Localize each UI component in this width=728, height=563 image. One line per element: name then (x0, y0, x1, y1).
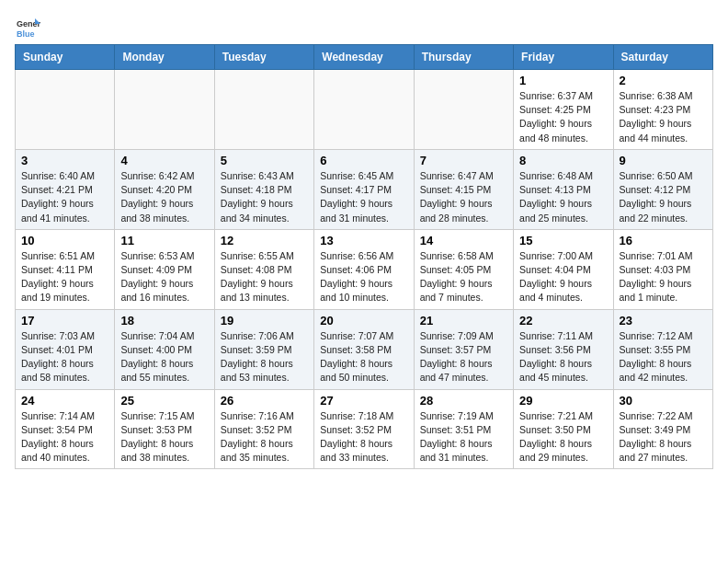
day-info: Sunrise: 6:38 AM Sunset: 4:23 PM Dayligh… (620, 89, 707, 145)
calendar-cell: 10Sunrise: 6:51 AM Sunset: 4:11 PM Dayli… (16, 229, 115, 309)
day-info: Sunrise: 7:06 AM Sunset: 3:59 PM Dayligh… (221, 329, 308, 385)
day-number: 25 (120, 394, 208, 408)
day-info: Sunrise: 7:16 AM Sunset: 3:52 PM Dayligh… (221, 409, 308, 465)
day-number: 23 (620, 314, 707, 327)
day-number: 26 (221, 394, 308, 408)
calendar-cell: 7Sunrise: 6:47 AM Sunset: 4:15 PM Daylig… (414, 149, 513, 229)
weekday-header-tuesday: Tuesday (214, 45, 313, 70)
calendar-cell: 29Sunrise: 7:21 AM Sunset: 3:50 PM Dayli… (514, 389, 613, 469)
calendar-cell: 22Sunrise: 7:11 AM Sunset: 3:56 PM Dayli… (514, 309, 613, 389)
calendar-cell: 12Sunrise: 6:55 AM Sunset: 4:08 PM Dayli… (214, 229, 313, 309)
day-info: Sunrise: 6:51 AM Sunset: 4:11 PM Dayligh… (21, 249, 108, 305)
day-info: Sunrise: 6:55 AM Sunset: 4:08 PM Dayligh… (221, 249, 308, 305)
day-info: Sunrise: 7:14 AM Sunset: 3:54 PM Dayligh… (21, 409, 108, 465)
day-number: 6 (320, 154, 407, 167)
calendar-cell: 18Sunrise: 7:04 AM Sunset: 4:00 PM Dayli… (115, 309, 214, 389)
day-number: 18 (120, 314, 208, 327)
day-info: Sunrise: 6:40 AM Sunset: 4:21 PM Dayligh… (21, 169, 108, 225)
day-number: 29 (519, 394, 607, 408)
day-info: Sunrise: 7:00 AM Sunset: 4:04 PM Dayligh… (519, 249, 607, 305)
calendar-cell: 20Sunrise: 7:07 AM Sunset: 3:58 PM Dayli… (314, 309, 414, 389)
calendar-cell: 16Sunrise: 7:01 AM Sunset: 4:03 PM Dayli… (613, 229, 712, 309)
day-number: 3 (21, 154, 108, 167)
day-number: 22 (519, 314, 607, 327)
day-info: Sunrise: 6:43 AM Sunset: 4:18 PM Dayligh… (221, 169, 308, 225)
day-number: 13 (320, 234, 407, 247)
day-info: Sunrise: 7:22 AM Sunset: 3:49 PM Dayligh… (620, 409, 707, 465)
weekday-header-sunday: Sunday (16, 45, 115, 70)
day-info: Sunrise: 7:03 AM Sunset: 4:01 PM Dayligh… (21, 329, 108, 385)
day-number: 14 (420, 234, 507, 247)
day-number: 1 (519, 74, 607, 87)
day-info: Sunrise: 6:48 AM Sunset: 4:13 PM Dayligh… (519, 169, 607, 225)
calendar-cell: 9Sunrise: 6:50 AM Sunset: 4:12 PM Daylig… (613, 149, 712, 229)
day-info: Sunrise: 7:18 AM Sunset: 3:52 PM Dayligh… (320, 409, 407, 465)
calendar-cell: 21Sunrise: 7:09 AM Sunset: 3:57 PM Dayli… (414, 309, 513, 389)
logo: General Blue (15, 15, 46, 40)
day-number: 7 (420, 154, 507, 167)
calendar-cell: 3Sunrise: 6:40 AM Sunset: 4:21 PM Daylig… (16, 149, 115, 229)
day-info: Sunrise: 6:42 AM Sunset: 4:20 PM Dayligh… (120, 169, 208, 225)
calendar-cell: 11Sunrise: 6:53 AM Sunset: 4:09 PM Dayli… (115, 229, 214, 309)
day-number: 12 (221, 234, 308, 247)
calendar-cell: 24Sunrise: 7:14 AM Sunset: 3:54 PM Dayli… (16, 389, 115, 469)
calendar-cell: 5Sunrise: 6:43 AM Sunset: 4:18 PM Daylig… (214, 149, 313, 229)
calendar-cell: 15Sunrise: 7:00 AM Sunset: 4:04 PM Dayli… (514, 229, 613, 309)
day-number: 10 (21, 234, 108, 247)
day-number: 24 (21, 394, 108, 408)
calendar-cell: 17Sunrise: 7:03 AM Sunset: 4:01 PM Dayli… (16, 309, 115, 389)
calendar-cell: 8Sunrise: 6:48 AM Sunset: 4:13 PM Daylig… (514, 149, 613, 229)
day-number: 5 (221, 154, 308, 167)
day-number: 28 (420, 394, 507, 408)
calendar-cell (115, 70, 214, 150)
day-number: 27 (320, 394, 407, 408)
day-info: Sunrise: 7:19 AM Sunset: 3:51 PM Dayligh… (420, 409, 507, 465)
calendar-cell: 2Sunrise: 6:38 AM Sunset: 4:23 PM Daylig… (613, 70, 712, 150)
day-info: Sunrise: 6:56 AM Sunset: 4:06 PM Dayligh… (320, 249, 407, 305)
day-info: Sunrise: 7:21 AM Sunset: 3:50 PM Dayligh… (519, 409, 607, 465)
calendar-cell: 1Sunrise: 6:37 AM Sunset: 4:25 PM Daylig… (514, 70, 613, 150)
day-number: 20 (320, 314, 407, 327)
day-info: Sunrise: 6:37 AM Sunset: 4:25 PM Dayligh… (519, 89, 607, 145)
weekday-header-saturday: Saturday (613, 45, 712, 70)
day-info: Sunrise: 6:53 AM Sunset: 4:09 PM Dayligh… (120, 249, 208, 305)
day-number: 16 (620, 234, 707, 247)
day-info: Sunrise: 7:01 AM Sunset: 4:03 PM Dayligh… (620, 249, 707, 305)
calendar-cell: 23Sunrise: 7:12 AM Sunset: 3:55 PM Dayli… (613, 309, 712, 389)
weekday-header-monday: Monday (115, 45, 214, 70)
day-number: 15 (519, 234, 607, 247)
calendar-cell: 6Sunrise: 6:45 AM Sunset: 4:17 PM Daylig… (314, 149, 414, 229)
day-number: 8 (519, 154, 607, 167)
weekday-header-friday: Friday (514, 45, 613, 70)
day-info: Sunrise: 6:50 AM Sunset: 4:12 PM Dayligh… (620, 169, 707, 225)
calendar-cell (214, 70, 313, 150)
day-info: Sunrise: 7:04 AM Sunset: 4:00 PM Dayligh… (120, 329, 208, 385)
day-info: Sunrise: 7:09 AM Sunset: 3:57 PM Dayligh… (420, 329, 507, 385)
day-number: 9 (620, 154, 707, 167)
day-number: 19 (221, 314, 308, 327)
day-number: 21 (420, 314, 507, 327)
day-number: 17 (21, 314, 108, 327)
day-info: Sunrise: 6:58 AM Sunset: 4:05 PM Dayligh… (420, 249, 507, 305)
calendar-cell: 28Sunrise: 7:19 AM Sunset: 3:51 PM Dayli… (414, 389, 513, 469)
day-info: Sunrise: 6:47 AM Sunset: 4:15 PM Dayligh… (420, 169, 507, 225)
calendar-cell (414, 70, 513, 150)
day-info: Sunrise: 7:11 AM Sunset: 3:56 PM Dayligh… (519, 329, 607, 385)
day-number: 4 (120, 154, 208, 167)
weekday-header-wednesday: Wednesday (314, 45, 414, 70)
calendar-cell: 19Sunrise: 7:06 AM Sunset: 3:59 PM Dayli… (214, 309, 313, 389)
calendar-cell (314, 70, 414, 150)
day-number: 11 (120, 234, 208, 247)
calendar-cell: 26Sunrise: 7:16 AM Sunset: 3:52 PM Dayli… (214, 389, 313, 469)
day-info: Sunrise: 6:45 AM Sunset: 4:17 PM Dayligh… (320, 169, 407, 225)
calendar-cell: 30Sunrise: 7:22 AM Sunset: 3:49 PM Dayli… (613, 389, 712, 469)
day-info: Sunrise: 7:07 AM Sunset: 3:58 PM Dayligh… (320, 329, 407, 385)
calendar-table: SundayMondayTuesdayWednesdayThursdayFrid… (15, 44, 713, 469)
day-number: 30 (620, 394, 707, 408)
calendar-cell (16, 70, 115, 150)
weekday-header-thursday: Thursday (414, 45, 513, 70)
calendar-cell: 13Sunrise: 6:56 AM Sunset: 4:06 PM Dayli… (314, 229, 414, 309)
calendar-cell: 14Sunrise: 6:58 AM Sunset: 4:05 PM Dayli… (414, 229, 513, 309)
calendar-cell: 25Sunrise: 7:15 AM Sunset: 3:53 PM Dayli… (115, 389, 214, 469)
day-number: 2 (620, 74, 707, 87)
